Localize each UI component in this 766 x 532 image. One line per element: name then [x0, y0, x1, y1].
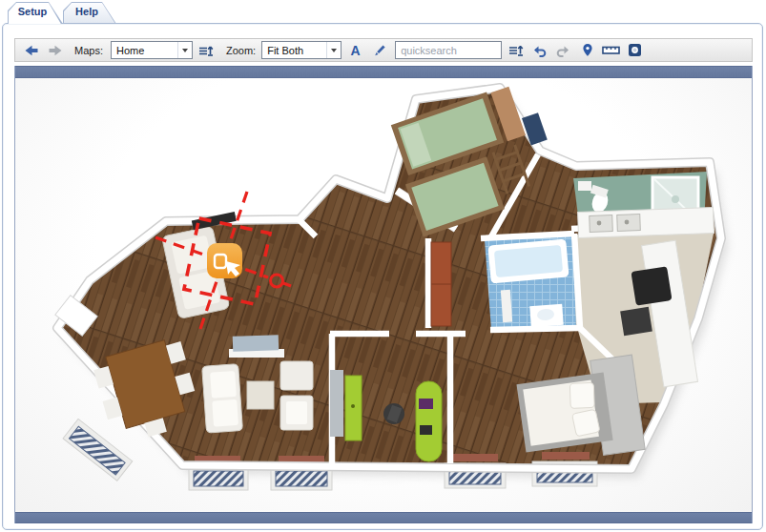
item-list-button[interactable]	[506, 41, 526, 60]
maps-label: Maps:	[74, 45, 103, 56]
item-list-icon	[508, 44, 524, 57]
floorplan-image	[15, 78, 752, 510]
draw-button[interactable]	[369, 41, 389, 60]
font-button[interactable]: A	[345, 41, 365, 60]
application-window: Setup Help Maps: Home	[0, 0, 766, 532]
tab-help[interactable]: Help	[63, 2, 116, 24]
forward-button[interactable]	[45, 41, 65, 60]
back-arrow-icon	[24, 44, 39, 57]
floorplan-canvas[interactable]	[15, 78, 752, 512]
back-button[interactable]	[21, 41, 41, 60]
map-list-icon	[198, 44, 214, 57]
measure-button[interactable]	[601, 41, 621, 60]
redo-icon	[555, 44, 571, 57]
location-pin-icon	[581, 43, 594, 57]
zoom-dropdown-value: Fit Both	[262, 45, 326, 56]
map-toolbar: Maps: Home Zoom: Fit Both A	[14, 38, 753, 62]
pen-icon	[372, 43, 387, 57]
balcony	[271, 456, 332, 490]
map-bottom-bar	[15, 512, 752, 523]
apartment	[55, 78, 721, 490]
map-top-bar	[15, 66, 752, 78]
tab-help-label: Help	[63, 2, 116, 22]
undo-icon	[531, 44, 548, 57]
chevron-down-icon	[177, 42, 192, 58]
font-icon: A	[351, 44, 361, 57]
map-list-button[interactable]	[197, 41, 217, 60]
tab-setup[interactable]: Setup	[8, 2, 63, 24]
undo-button[interactable]	[529, 41, 549, 60]
device-marker[interactable]	[207, 243, 242, 278]
snapshot-icon	[628, 43, 642, 57]
tab-setup-label: Setup	[8, 2, 63, 22]
location-pin-button[interactable]	[577, 41, 597, 60]
redo-button[interactable]	[553, 41, 573, 60]
ruler-icon	[602, 44, 620, 56]
snapshot-button[interactable]	[625, 41, 645, 60]
maps-dropdown-value: Home	[112, 45, 177, 56]
balcony	[63, 419, 133, 481]
quicksearch-input[interactable]	[395, 41, 502, 59]
setup-tab-page: Maps: Home Zoom: Fit Both A	[2, 23, 763, 530]
chevron-down-icon	[326, 42, 341, 58]
maps-dropdown[interactable]: Home	[111, 41, 193, 59]
map-view	[14, 66, 753, 523]
zoom-label: Zoom:	[226, 45, 256, 56]
forward-arrow-icon	[48, 44, 63, 57]
zoom-dropdown[interactable]: Fit Both	[261, 41, 342, 59]
